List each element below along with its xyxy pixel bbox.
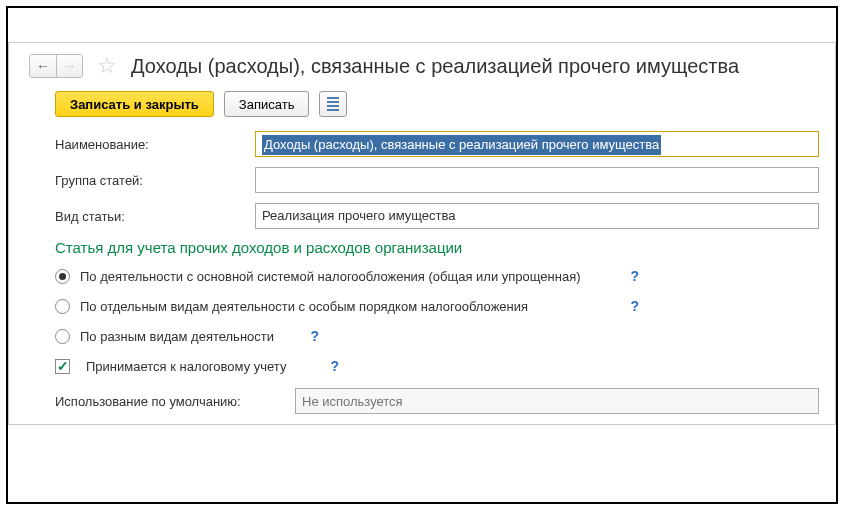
radio-special-taxation-label: По отдельным видам деятельности с особым… bbox=[80, 299, 528, 314]
type-input[interactable]: Реализация прочего имущества bbox=[255, 203, 819, 229]
list-button[interactable] bbox=[319, 91, 347, 117]
radio-various-activities-label: По разным видам деятельности bbox=[80, 329, 274, 344]
section-title: Статья для учета прочих доходов и расход… bbox=[55, 239, 819, 256]
group-input[interactable] bbox=[255, 167, 819, 193]
help-icon[interactable]: ? bbox=[330, 358, 339, 374]
name-label: Наименование: bbox=[55, 137, 255, 152]
radio-special-taxation[interactable] bbox=[55, 299, 70, 314]
save-button[interactable]: Записать bbox=[224, 91, 310, 117]
help-icon[interactable]: ? bbox=[630, 268, 639, 284]
save-and-close-button[interactable]: Записать и закрыть bbox=[55, 91, 214, 117]
help-icon[interactable]: ? bbox=[310, 328, 319, 344]
type-label: Вид статьи: bbox=[55, 209, 255, 224]
name-input[interactable]: Доходы (расходы), связанные с реализацие… bbox=[255, 131, 819, 157]
help-icon[interactable]: ? bbox=[630, 298, 639, 314]
radio-main-taxation[interactable] bbox=[55, 269, 70, 284]
forward-button[interactable]: → bbox=[56, 55, 82, 77]
back-button[interactable]: ← bbox=[30, 55, 56, 77]
name-value: Доходы (расходы), связанные с реализацие… bbox=[262, 135, 661, 155]
checkbox-tax-accounting-label: Принимается к налоговому учету bbox=[86, 359, 286, 374]
checkbox-tax-accounting[interactable]: ✓ bbox=[55, 359, 70, 374]
star-icon[interactable]: ☆ bbox=[97, 53, 117, 79]
nav-buttons: ← → bbox=[29, 54, 83, 78]
list-icon bbox=[327, 97, 339, 111]
usage-label: Использование по умолчанию: bbox=[55, 394, 295, 409]
radio-various-activities[interactable] bbox=[55, 329, 70, 344]
page-title: Доходы (расходы), связанные с реализацие… bbox=[131, 55, 739, 78]
type-value: Реализация прочего имущества bbox=[262, 208, 456, 223]
usage-input[interactable] bbox=[295, 388, 819, 414]
radio-main-taxation-label: По деятельности с основной системой нало… bbox=[80, 269, 581, 284]
group-label: Группа статей: bbox=[55, 173, 255, 188]
